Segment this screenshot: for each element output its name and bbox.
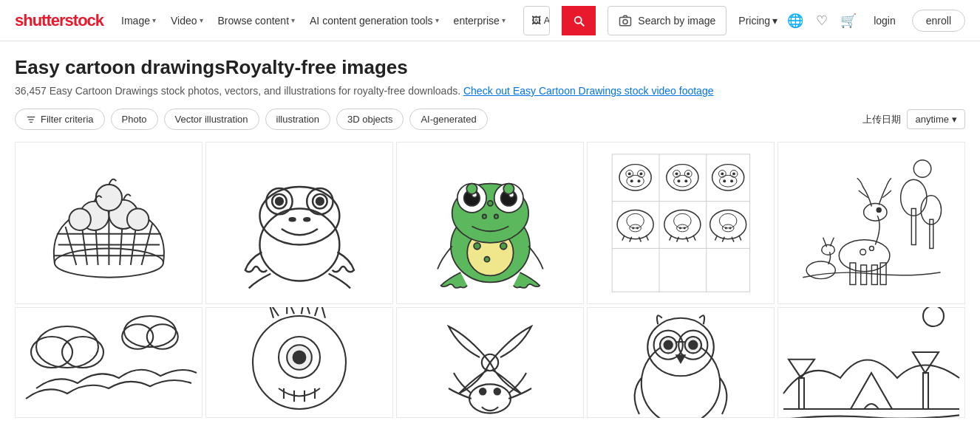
search-button[interactable] — [562, 6, 596, 35]
filter-right: 上传日期 anytime ▾ — [862, 109, 965, 129]
svg-point-40 — [466, 183, 477, 193]
search-by-image-button[interactable]: Search by image — [608, 6, 727, 35]
svg-point-142 — [664, 341, 673, 349]
enroll-button[interactable]: enroll — [912, 10, 965, 32]
svg-point-87 — [673, 213, 691, 228]
chevron-down-icon: ▾ — [152, 16, 156, 24]
svg-point-68 — [687, 172, 690, 175]
svg-point-89 — [679, 227, 681, 229]
svg-point-135 — [469, 384, 511, 413]
image-cell-3[interactable] — [396, 142, 584, 304]
svg-point-76 — [732, 172, 735, 175]
svg-point-108 — [921, 196, 941, 224]
svg-point-114 — [863, 204, 886, 221]
nav-enterprise[interactable]: enterprise ▾ — [448, 10, 511, 31]
image-cell-7[interactable] — [205, 307, 393, 418]
chevron-down-icon: ▾ — [435, 16, 439, 24]
filter-criteria-button[interactable]: Filter criteria — [15, 109, 105, 130]
filter-bar: Filter criteria Photo Vector illustratio… — [15, 109, 965, 130]
pricing-link[interactable]: Pricing ▾ — [738, 15, 777, 27]
green-frog-image — [406, 151, 574, 295]
filter-left: Filter criteria Photo Vector illustratio… — [15, 109, 488, 130]
svg-point-98 — [724, 227, 727, 229]
filter-tag-vector[interactable]: Vector illustration — [164, 109, 259, 130]
svg-rect-111 — [860, 265, 866, 284]
svg-rect-105 — [911, 208, 916, 244]
filter-tag-3d[interactable]: 3D objects — [336, 109, 404, 130]
nav-browse-content[interactable]: Browse content ▾ — [212, 10, 302, 31]
svg-line-103 — [738, 236, 741, 241]
svg-point-123 — [124, 316, 176, 347]
svg-line-100 — [715, 236, 717, 241]
subtitle-link[interactable]: Check out Easy Cartoon Drawings stock vi… — [463, 85, 714, 97]
svg-point-19 — [69, 208, 90, 230]
svg-line-102 — [732, 237, 734, 242]
pig-grid-image — [597, 151, 765, 295]
search-type-selector[interactable]: 🖼 All images ▾ — [524, 7, 550, 35]
svg-point-80 — [632, 227, 634, 229]
filter-icon — [26, 114, 36, 125]
chevron-down-icon: ▾ — [952, 114, 957, 125]
svg-point-72 — [730, 179, 733, 182]
deer-scene-image — [788, 151, 956, 295]
svg-point-62 — [673, 175, 691, 187]
svg-point-20 — [127, 208, 149, 230]
main-nav: Image ▾ Video ▾ Browse content ▾ AI cont… — [115, 10, 511, 31]
svg-point-116 — [860, 249, 865, 255]
svg-point-44 — [494, 214, 497, 218]
login-button[interactable]: login — [866, 10, 903, 31]
date-selector[interactable]: anytime ▾ — [907, 109, 965, 129]
svg-point-41 — [503, 183, 514, 193]
svg-point-1 — [623, 19, 627, 24]
svg-line-91 — [669, 236, 671, 241]
svg-point-70 — [719, 175, 737, 187]
owl-image — [588, 307, 774, 418]
svg-line-83 — [629, 237, 631, 242]
image-cell-9[interactable] — [587, 307, 775, 418]
svg-line-101 — [722, 237, 724, 242]
chevron-down-icon: ▾ — [200, 16, 203, 24]
search-icon — [572, 14, 585, 27]
svg-point-67 — [675, 172, 678, 175]
svg-point-56 — [637, 179, 640, 182]
svg-point-47 — [484, 256, 489, 261]
globe-icon[interactable]: 🌐 — [786, 12, 804, 30]
header: shutterstock Image ▾ Video ▾ Browse cont… — [0, 0, 980, 41]
nav-image[interactable]: Image ▾ — [115, 10, 162, 31]
image-cell-4[interactable] — [587, 142, 775, 304]
svg-point-18 — [95, 185, 121, 210]
svg-point-145 — [689, 341, 697, 349]
svg-point-22 — [259, 187, 339, 244]
fruit-basket-image — [25, 151, 193, 295]
svg-point-81 — [636, 227, 639, 229]
nav-video[interactable]: Video ▾ — [165, 10, 209, 31]
image-cell-5[interactable] — [777, 142, 965, 304]
page-subtitle: 36,457 Easy Cartoon Drawings stock photo… — [15, 85, 965, 97]
filter-tag-ai[interactable]: AI-generated — [409, 109, 487, 130]
nav-ai-tools[interactable]: AI content generation tools ▾ — [304, 10, 445, 31]
filter-tag-photo[interactable]: Photo — [111, 109, 158, 130]
image-cell-1[interactable] — [15, 142, 203, 304]
favorites-icon[interactable]: ♡ — [813, 12, 831, 30]
svg-rect-112 — [871, 265, 877, 284]
image-cell-10[interactable] — [777, 307, 965, 418]
svg-point-29 — [289, 218, 295, 221]
image-cell-2[interactable] — [205, 142, 393, 304]
cart-icon[interactable]: 🛒 — [840, 12, 857, 30]
camera-icon — [619, 14, 632, 27]
svg-point-54 — [626, 175, 644, 187]
svg-point-106 — [900, 179, 926, 216]
image-cell-6[interactable] — [15, 307, 203, 418]
main-content: Easy cartoon drawingsRoyalty-free images… — [0, 41, 980, 418]
svg-point-129 — [293, 351, 306, 364]
svg-point-45 — [474, 243, 480, 250]
monster-image — [206, 307, 392, 418]
svg-point-96 — [719, 213, 737, 228]
image-cell-8[interactable] — [396, 307, 584, 418]
crab-leaves-image — [397, 307, 583, 418]
filter-tag-illustration[interactable]: illustration — [265, 109, 331, 130]
search-bar: 🖼 All images ▾ × — [523, 6, 550, 35]
svg-line-94 — [693, 236, 695, 241]
svg-line-85 — [646, 236, 648, 241]
logo[interactable]: shutterstock — [15, 11, 103, 30]
